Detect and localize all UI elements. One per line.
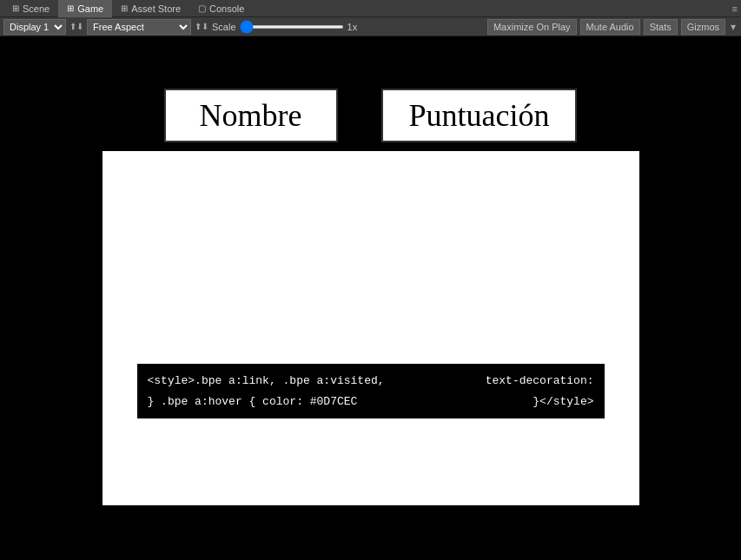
puntuacion-box: Puntuación [381,89,578,142]
puntuacion-label: Puntuación [409,98,550,133]
tab-asset-store-label: Asset Store [131,3,181,14]
header-row: Nombre Puntuación [164,89,578,142]
maximize-icon[interactable]: ≡ [732,3,738,14]
tab-bar: ⊞ Scene ⊞ Game ⊞ Asset Store ▢ Console ≡ [0,0,741,17]
maximize-on-play-button[interactable]: Maximize On Play [487,19,577,35]
scale-value: 1x [347,22,358,32]
scale-slider[interactable] [240,25,344,29]
stats-button[interactable]: Stats [644,19,678,35]
code-line-2-right: }</style> [533,392,593,412]
tab-game-label: Game [77,3,103,14]
code-line-2-left: } .bpe a:hover { color: #0D7CEC [148,392,358,412]
display-arrows: ⬆⬇ [69,22,83,31]
tab-scene-label: Scene [23,3,50,14]
aspect-select[interactable]: Free Aspect [87,19,191,35]
gizmos-button[interactable]: Gizmos [681,19,725,35]
toolbar-menu-icon[interactable]: ▾ [729,21,738,33]
nombre-label: Nombre [200,98,302,133]
code-box: <style>.bpe a:link, .bpe a:visited, text… [137,364,605,418]
aspect-arrows: ⬆⬇ [195,22,208,31]
display-select[interactable]: Display 1 [3,19,66,35]
nombre-box: Nombre [164,89,338,142]
asset-store-icon: ⊞ [121,3,128,13]
tab-scene[interactable]: ⊞ Scene [3,0,58,17]
console-icon: ▢ [198,3,206,13]
code-line-1-right: text-decoration: [486,371,594,391]
toolbar: Display 1 ⬆⬇ Free Aspect ⬆⬇ Scale 1x Max… [0,17,741,36]
code-line-1-left: <style>.bpe a:link, .bpe a:visited, [148,371,385,391]
code-line-2: } .bpe a:hover { color: #0D7CEC }</style… [148,392,594,412]
scale-label: Scale [212,22,236,32]
mute-audio-button[interactable]: Mute Audio [580,19,640,35]
code-line-1: <style>.bpe a:link, .bpe a:visited, text… [148,371,594,391]
game-icon: ⊞ [67,3,74,13]
content-area: <style>.bpe a:link, .bpe a:visited, text… [103,151,639,505]
scene-icon: ⊞ [12,3,19,13]
tab-console-label: Console [209,3,244,14]
tab-console[interactable]: ▢ Console [189,0,253,17]
tab-asset-store[interactable]: ⊞ Asset Store [112,0,189,17]
game-view: Nombre Puntuación <style>.bpe a:link, .b… [0,36,741,560]
tab-game[interactable]: ⊞ Game [58,0,112,17]
